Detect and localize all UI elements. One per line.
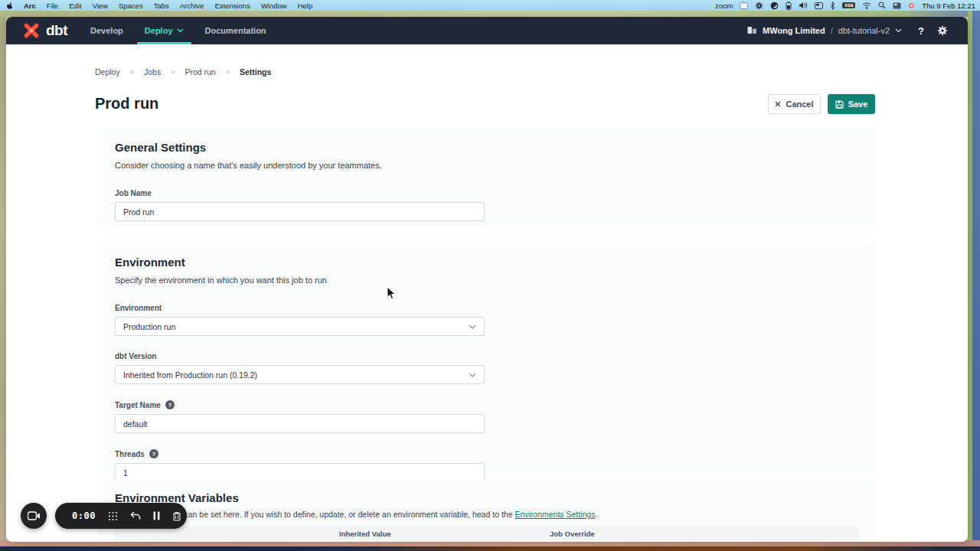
gear-icon[interactable] (937, 25, 948, 36)
dbt-version-select-value: Inherited from Production run (0.19.2) (123, 370, 257, 380)
spotlight-search-icon[interactable] (878, 2, 886, 9)
dbt-version-select[interactable]: Inherited from Production run (0.19.2) (115, 365, 485, 384)
job-name-label: Job Name (115, 189, 858, 197)
environment-description: Specify the environment in which you wan… (115, 276, 858, 285)
column-inherited-value: Inherited Value (339, 530, 550, 538)
breadcrumb-separator: > (171, 68, 175, 76)
settings-gear-icon[interactable] (755, 2, 763, 10)
column-job-override: Job Override (550, 530, 858, 538)
wifi-icon[interactable] (862, 2, 871, 9)
wallpaper-right-blue-strip (972, 0, 980, 551)
general-settings-card: General Settings Consider choosing a nam… (98, 129, 875, 226)
environment-variables-heading: Environment Variables (115, 491, 858, 504)
breadcrumb-deploy[interactable]: Deploy (95, 67, 120, 77)
nav-link-deploy-label: Deploy (145, 26, 173, 35)
breadcrumb-separator: > (130, 68, 134, 76)
help-icon[interactable]: ? (918, 25, 924, 37)
active-tab-indicator (137, 42, 191, 44)
breadcrumb-prod-run[interactable]: Prod run (185, 67, 215, 77)
volume-icon[interactable] (799, 2, 808, 9)
job-name-input[interactable] (115, 202, 485, 221)
dbt-logo-icon (21, 21, 41, 41)
environment-card: Environment Specify the environment in w… (98, 243, 875, 474)
breadcrumb-separator: > (226, 68, 230, 76)
save-button-label: Save (848, 99, 868, 109)
display-preferences-icon[interactable] (815, 2, 823, 9)
cancel-button-label: Cancel (786, 99, 813, 109)
wallpaper-top-strip (0, 11, 980, 17)
menubar-app-name[interactable]: Arc (24, 2, 36, 10)
dbt-cloud-window: dbt Develop Deploy Documentation MWong L… (6, 17, 968, 542)
target-name-input[interactable] (115, 414, 485, 433)
menubar-item-help[interactable]: Help (298, 2, 313, 10)
page-title: Prod run (95, 95, 158, 112)
environments-settings-link[interactable]: Environments Settings (514, 510, 595, 519)
env-vars-description-period: . (595, 510, 597, 519)
battery-icon[interactable] (786, 2, 792, 10)
menubar-item-view[interactable]: View (93, 2, 108, 10)
dbt-logo-text: dbt (46, 22, 67, 39)
wallpaper-bottom-dark-strip (0, 546, 980, 551)
environment-variables-table-header: Inherited Value Job Override (115, 526, 858, 542)
save-floppy-icon (835, 100, 844, 109)
account-chevron-down-icon[interactable] (895, 28, 902, 33)
chevron-down-icon (177, 28, 184, 33)
video-camera-icon (28, 511, 41, 520)
breadcrumb-jobs[interactable]: Jobs (144, 67, 161, 77)
account-separator: / (831, 26, 833, 35)
general-settings-heading: General Settings (115, 141, 858, 154)
account-organization[interactable]: MWong Limited (763, 26, 825, 35)
trash-icon[interactable] (172, 511, 181, 521)
menubar-clock[interactable]: Thu 9 Feb 12:21 (922, 2, 975, 10)
save-button[interactable]: Save (828, 94, 875, 114)
pause-icon[interactable] (153, 511, 160, 520)
input-source-badge[interactable]: esa (842, 2, 855, 9)
environment-heading: Environment (115, 256, 858, 269)
recording-timer: 0:00 (72, 510, 96, 521)
account-project[interactable]: dbt-tutorial-v2 (838, 26, 890, 35)
threads-help-icon[interactable]: ? (149, 449, 158, 458)
threads-label: Threads ? (115, 449, 858, 458)
breadcrumb: Deploy > Jobs > Prod run > Settings (95, 67, 271, 77)
nav-link-develop[interactable]: Develop (87, 17, 126, 44)
control-center-icon[interactable] (893, 2, 901, 9)
chevron-down-icon (469, 373, 476, 377)
environment-variables-card: Environment Variables Job level override… (98, 481, 875, 542)
menubar-item-tabs[interactable]: Tabs (154, 2, 169, 10)
focus-mode-icon[interactable] (770, 2, 779, 10)
nav-link-documentation[interactable]: Documentation (202, 17, 270, 44)
close-icon (775, 101, 781, 107)
chevron-down-icon (469, 324, 476, 329)
dbt-navbar: dbt Develop Deploy Documentation MWong L… (6, 17, 968, 44)
bluetooth-icon[interactable] (830, 2, 835, 10)
dbt-version-label: dbt Version (115, 352, 858, 360)
cancel-button[interactable]: Cancel (768, 94, 821, 114)
general-settings-description: Consider choosing a name that's easily u… (115, 161, 858, 170)
environment-variables-description: Job level overrides can be set here. If … (115, 510, 858, 519)
menubar-item-file[interactable]: File (47, 2, 58, 10)
target-name-label: Target Name ? (115, 400, 858, 409)
breadcrumb-settings: Settings (240, 67, 271, 77)
environment-select-value: Production run (123, 322, 175, 331)
recorder-camera-button[interactable] (21, 503, 47, 529)
menubar-item-edit[interactable]: Edit (69, 2, 81, 10)
zoom-menu-item[interactable]: zoom (715, 2, 733, 10)
threads-input[interactable] (115, 463, 485, 482)
annotation-tools-icon[interactable] (108, 511, 118, 521)
app-window-icon[interactable] (740, 2, 748, 9)
recorder-toolbar: 0:00 (55, 503, 187, 529)
nav-link-deploy[interactable]: Deploy (142, 17, 187, 44)
undo-icon[interactable] (130, 511, 141, 520)
menubar-item-spaces[interactable]: Spaces (119, 2, 143, 10)
organization-icon (747, 24, 757, 37)
dbt-logo[interactable]: dbt (21, 21, 67, 41)
environment-select-label: Environment (115, 304, 858, 312)
menubar-item-extensions[interactable]: Extensions (214, 2, 250, 10)
recording-indicator-dot[interactable] (908, 2, 915, 9)
target-name-help-icon[interactable]: ? (165, 400, 175, 409)
menubar-item-window[interactable]: Window (261, 2, 287, 10)
environment-select[interactable]: Production run (115, 317, 485, 336)
nav-link-develop-label: Develop (90, 26, 123, 35)
apple-menu-icon[interactable] (6, 2, 13, 10)
menubar-item-archive[interactable]: Archive (180, 2, 204, 10)
